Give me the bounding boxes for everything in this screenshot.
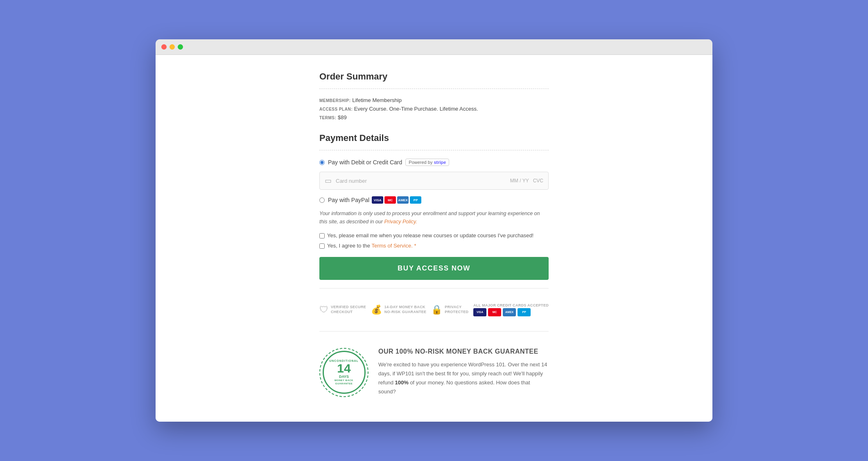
mc-badge-icon: MC (488, 308, 501, 316)
tos-link[interactable]: Terms of Service. (371, 243, 412, 249)
money-back-badge: 💰 14-DAY MONEY BACKNO-RISK GUARANTEE (371, 304, 427, 315)
terms-value: $89 (338, 114, 347, 120)
card-number-placeholder: Card number (336, 178, 510, 184)
email-checkbox-label[interactable]: Yes, please email me when you release ne… (327, 232, 533, 238)
terms-label: TERMS: (319, 116, 336, 120)
minimize-button-icon[interactable] (170, 44, 175, 50)
section-divider (319, 288, 549, 288)
payment-divider (319, 150, 549, 150)
buy-button[interactable]: BUY ACCESS NOW (319, 257, 549, 280)
tos-label-text: Yes, I agree to the (327, 243, 370, 249)
money-back-text: 14-DAY MONEY BACKNO-RISK GUARANTEE (384, 305, 427, 314)
privacy-badge: 🔒 PRIVACYPROTECTED (431, 304, 468, 315)
credit-card-radio[interactable] (319, 160, 325, 165)
mastercard-icon: MC (384, 196, 396, 204)
email-checkbox[interactable] (319, 233, 325, 238)
shield-icon: 🛡 (319, 304, 328, 315)
card-icon: ▭ (325, 176, 332, 185)
membership-row: MEMBERSHIP: Lifetime Membership (319, 97, 549, 103)
secure-checkout-text: VERIFIED SECURECHECKOUT (331, 305, 366, 314)
paypal-radio[interactable] (319, 198, 325, 203)
card-fields: MM / YY CVC (510, 178, 543, 184)
guarantee-title: OUR 100% NO-RISK MONEY BACK GUARANTEE (378, 348, 549, 355)
email-checkbox-row[interactable]: Yes, please email me when you release ne… (319, 232, 549, 238)
browser-window: Order Summary MEMBERSHIP: Lifetime Membe… (156, 39, 712, 422)
terms-row: TERMS: $89 (319, 114, 549, 120)
guarantee-badge: UNCONDITIONAL 14 DAYS MONEY BACKGUARANTE… (323, 351, 366, 394)
visa-badge-icon: VISA (473, 308, 486, 316)
card-cvc: CVC (533, 178, 543, 184)
close-button-icon[interactable] (161, 44, 167, 50)
payment-section: Payment Details Pay with Debit or Credit… (319, 133, 549, 405)
maximize-button-icon[interactable] (178, 44, 183, 50)
credit-card-label[interactable]: Pay with Debit or Credit Card (328, 159, 402, 166)
guarantee-bottom-text: MONEY BACKGUARANTEE (335, 379, 353, 386)
card-mm-yy: MM / YY (510, 178, 529, 184)
guarantee-content: OUR 100% NO-RISK MONEY BACK GUARANTEE We… (378, 348, 549, 396)
tos-checkbox[interactable] (319, 243, 325, 249)
privacy-text: PRIVACYPROTECTED (445, 305, 468, 314)
privacy-note: Your information is only used to process… (319, 209, 549, 226)
payment-title: Payment Details (319, 133, 549, 143)
visa-icon: VISA (372, 196, 383, 204)
order-divider (319, 89, 549, 89)
required-star: * (414, 243, 416, 249)
credit-cards-badge: ALL MAJOR CREDIT CARDS ACCEPTED VISA MC … (473, 303, 549, 316)
credit-card-icons: VISA MC AMEX PP (473, 308, 549, 316)
credit-card-option[interactable]: Pay with Debit or Credit Card Powered by… (319, 159, 549, 166)
guarantee-divider (319, 331, 549, 332)
guarantee-days: 14 (337, 362, 350, 375)
cards-accepted-text: ALL MAJOR CREDIT CARDS ACCEPTED (473, 303, 549, 308)
stripe-text: stripe (434, 160, 446, 165)
guarantee-section: UNCONDITIONAL 14 DAYS MONEY BACKGUARANTE… (319, 340, 549, 405)
privacy-policy-link[interactable]: Privacy Policy. (384, 219, 417, 225)
tos-checkbox-row[interactable]: Yes, I agree to the Terms of Service. * (319, 243, 549, 249)
guarantee-text-bold: 100% (395, 379, 409, 386)
paypal-option[interactable]: Pay with PayPal VISA MC AMEX PP (319, 196, 549, 204)
paypal-icons: VISA MC AMEX PP (372, 196, 421, 204)
paypal-label[interactable]: Pay with PayPal (328, 197, 369, 203)
amex-badge-icon: AMEX (503, 308, 516, 316)
membership-label: MEMBERSHIP: (319, 98, 351, 103)
order-summary-title: Order Summary (319, 71, 549, 82)
privacy-icon: 🔒 (431, 304, 442, 315)
amex-icon: AMEX (397, 196, 409, 204)
tos-checkbox-label[interactable]: Yes, I agree to the Terms of Service. * (327, 243, 416, 249)
pp-badge-icon: PP (518, 308, 531, 316)
secure-checkout-badge: 🛡 VERIFIED SECURECHECKOUT (319, 304, 366, 315)
money-back-icon: 💰 (371, 304, 382, 315)
browser-titlebar (156, 39, 712, 55)
privacy-note-text: Your information is only used to process… (319, 211, 540, 225)
guarantee-badge-outer: UNCONDITIONAL 14 DAYS MONEY BACKGUARANTE… (319, 348, 368, 397)
browser-content: Order Summary MEMBERSHIP: Lifetime Membe… (156, 55, 712, 422)
access-plan-label: ACCESS PLAN: (319, 107, 353, 111)
card-input-row[interactable]: ▭ Card number MM / YY CVC (319, 172, 549, 190)
stripe-badge: Powered by stripe (405, 159, 449, 166)
trust-badges: 🛡 VERIFIED SECURECHECKOUT 💰 14-DAY MONEY… (319, 297, 549, 323)
guarantee-text: We're excited to have you experience Wor… (378, 360, 549, 396)
membership-value: Lifetime Membership (352, 97, 402, 103)
paypal-logo-icon: PP (410, 196, 421, 204)
guarantee-days-label: DAYS (339, 375, 349, 379)
access-plan-value: Every Course. One-Time Purchase. Lifetim… (354, 106, 478, 112)
access-plan-row: ACCESS PLAN: Every Course. One-Time Purc… (319, 106, 549, 112)
